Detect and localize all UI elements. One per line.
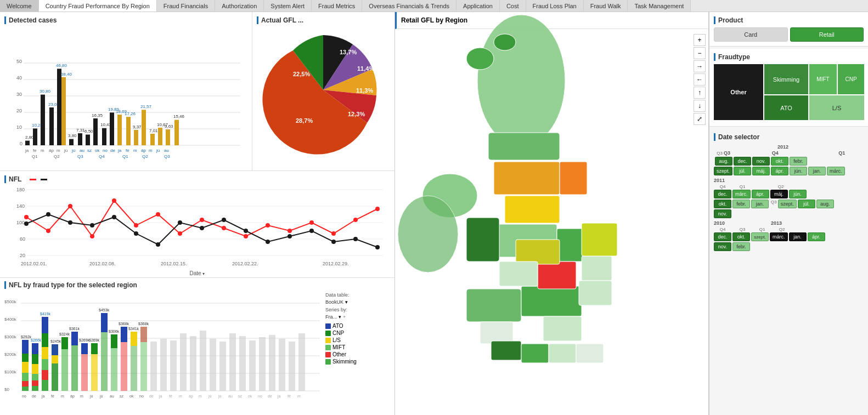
card-button[interactable]: Card — [714, 27, 788, 42]
svg-text:ja: ja — [25, 148, 29, 153]
fraudtype-mift[interactable]: MIFT — [809, 64, 837, 94]
month-febr-2013[interactable]: febr. — [732, 242, 750, 251]
month-okt-2011-q4[interactable]: okt. — [714, 200, 731, 208]
month-febr-2011-q1[interactable]: febr. — [732, 200, 750, 208]
zoom-out-btn[interactable]: − — [694, 47, 706, 59]
month-maj-2011-q2[interactable]: máj. — [770, 190, 788, 198]
month-apr-2013-q2[interactable]: ápr. — [808, 232, 825, 241]
month-apr-2011-q2[interactable]: ápr. — [752, 190, 769, 198]
right-panel: Product Card Retail Fraudtype Other Skim… — [709, 12, 868, 415]
svg-text:áp: áp — [70, 394, 75, 399]
fraudtype-ls[interactable]: L/S — [809, 95, 864, 120]
svg-text:ok: ok — [248, 394, 252, 398]
month-marc-2013-q1[interactable]: márc. — [770, 232, 788, 241]
pan-left-btn[interactable]: ← — [694, 73, 706, 86]
fraudtype-ato[interactable]: ATO — [764, 95, 808, 120]
zoom-in-btn[interactable]: + — [694, 34, 706, 46]
svg-rect-147 — [22, 340, 29, 354]
month-marc-2013-q1[interactable]: márc. — [827, 167, 845, 175]
svg-text:fé: fé — [51, 394, 54, 398]
month-nov-2011-q4[interactable]: nov. — [714, 209, 731, 218]
add-series-btn[interactable]: + — [343, 314, 346, 320]
product-buttons: Card Retail — [714, 27, 864, 42]
month-jan-2013-q1[interactable]: jan. — [808, 167, 826, 175]
retail-button[interactable]: Retail — [790, 27, 864, 42]
month-okt-2010-q4[interactable]: okt. — [732, 232, 750, 241]
svg-rect-266 — [491, 341, 521, 360]
month-aug-2011-q3[interactable]: aug. — [816, 200, 834, 208]
month-szept-2011-q3[interactable]: szept. — [778, 200, 797, 208]
month-dec-2011-q4[interactable]: dec. — [714, 190, 731, 198]
month-jul-2011-q3[interactable]: júl. — [798, 200, 815, 208]
fraudtype-section: Fraudtype Other Skimming MIFT CNP ATO L/… — [709, 49, 868, 127]
month-jun-2012-q2[interactable]: jún. — [790, 167, 807, 175]
svg-rect-263 — [543, 316, 582, 341]
month-dec-2010-q4[interactable]: dec. — [714, 232, 731, 241]
tab-country-fraud[interactable]: Country Fraud Performance By Region — [39, 0, 157, 12]
svg-text:2012.02.01.: 2012.02.01. — [21, 261, 47, 266]
tab-fraud-financials[interactable]: Fraud Financials — [157, 0, 215, 12]
svg-point-117 — [112, 215, 116, 219]
pan-right-btn[interactable]: → — [694, 60, 706, 72]
fraudtype-other[interactable]: Other — [714, 64, 763, 120]
detected-cases-title: Detected cases — [4, 16, 247, 24]
fraudtype-skimming[interactable]: Skimming — [764, 64, 808, 94]
month-jul-2012-q3[interactable]: júl. — [734, 167, 751, 175]
tab-application[interactable]: Application — [456, 0, 500, 12]
svg-rect-185 — [101, 313, 108, 332]
svg-text:no: no — [103, 148, 108, 153]
svg-text:m: m — [179, 394, 182, 398]
svg-text:Q2: Q2 — [54, 154, 60, 159]
svg-rect-154 — [32, 343, 38, 354]
month-jan-2011-q1[interactable]: jan. — [751, 200, 769, 208]
tab-task-management[interactable]: Task Management — [628, 0, 691, 12]
svg-point-116 — [90, 223, 94, 228]
svg-rect-18 — [49, 107, 54, 145]
actual-gfl-pie: 13,7% 11,4% 11,3% 12,3% 28,7% 22,5% — [263, 30, 384, 150]
svg-text:áp: áp — [141, 148, 146, 153]
svg-rect-161 — [42, 317, 48, 333]
svg-rect-38 — [126, 117, 131, 145]
svg-rect-204 — [200, 331, 206, 391]
svg-text:ok: ok — [95, 148, 100, 153]
svg-rect-36 — [117, 115, 122, 145]
uk-map-svg[interactable] — [395, 26, 697, 410]
nfl-fraud-legend: Data table: BookUK ▾ Series by: Fra... ▾… — [323, 292, 383, 402]
tab-fraud-metrics[interactable]: Fraud Metrics — [312, 0, 362, 12]
month-nov-2010-q4[interactable]: nov. — [714, 242, 731, 251]
svg-point-120 — [178, 220, 182, 225]
tab-fraud-walk[interactable]: Fraud Walk — [584, 0, 628, 12]
svg-rect-176 — [71, 332, 78, 345]
fraudtype-cnp[interactable]: CNP — [838, 64, 864, 94]
month-jun-2011-q2[interactable]: jún. — [789, 190, 807, 198]
svg-text:30,80: 30,80 — [40, 89, 51, 94]
month-szept-2012-q3[interactable]: szept. — [714, 167, 732, 175]
month-okt-2012-q4[interactable]: okt. — [771, 157, 788, 166]
svg-text:40: 40 — [16, 75, 22, 81]
month-szept-2013-q3[interactable]: szept. — [751, 232, 769, 241]
svg-text:Q1: Q1 — [32, 154, 38, 159]
svg-rect-211 — [269, 335, 275, 391]
fullscreen-btn[interactable]: ⤢ — [694, 113, 706, 125]
svg-point-128 — [353, 237, 358, 241]
tab-welcome[interactable]: Welcome — [0, 0, 39, 12]
pan-down-btn[interactable]: ↓ — [694, 100, 706, 112]
tab-fraud-loss-plan[interactable]: Fraud Loss Plan — [526, 0, 584, 12]
year-2012-block: 2012 Q3 Q3 Q4 Q1 aug. dec. — [714, 144, 864, 175]
month-febr-2013-q1[interactable]: febr. — [790, 157, 807, 166]
svg-rect-150 — [22, 373, 29, 381]
month-dec-2012-q4[interactable]: dec. — [734, 157, 751, 166]
month-jan-2013-q1[interactable]: jan. — [789, 232, 807, 241]
tab-overseas-financials[interactable]: Overseas Financials & Trends — [362, 0, 456, 12]
nfl-fraud-content: $0 $100k $200k $300k $400k $500k — [4, 292, 390, 402]
month-nov-2012-q4[interactable]: nov. — [752, 157, 770, 166]
month-maj-2012-q2[interactable]: máj. — [752, 167, 770, 175]
month-aug-2012-q3[interactable]: aug. — [715, 157, 732, 166]
svg-text:17,26: 17,26 — [125, 111, 136, 116]
tab-system-alert[interactable]: System Alert — [264, 0, 312, 12]
month-marc-2011-q1[interactable]: márc. — [732, 190, 751, 198]
pan-up-btn[interactable]: ↑ — [694, 87, 706, 99]
tab-authorization[interactable]: Authorization — [215, 0, 264, 12]
tab-cost[interactable]: Cost — [500, 0, 526, 12]
month-apr-2012-q2[interactable]: ápr. — [771, 167, 788, 175]
